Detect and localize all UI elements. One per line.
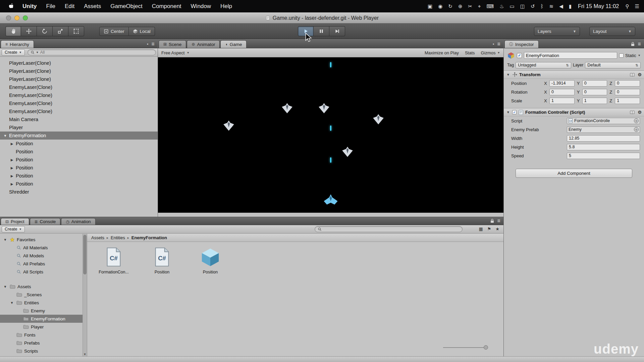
stats-toggle[interactable]: Stats bbox=[465, 50, 475, 55]
project-folder-item[interactable]: Scripts bbox=[0, 347, 83, 355]
transform-component-header[interactable]: ▼ Transform ⚙ bbox=[504, 70, 644, 79]
vector-field[interactable]: -1.3914 bbox=[549, 80, 575, 87]
airplay-icon[interactable]: ▭ bbox=[510, 3, 515, 9]
hierarchy-item[interactable]: EnemyLaser(Clone) bbox=[0, 99, 158, 107]
menu-component[interactable]: Component bbox=[147, 0, 186, 12]
breadcrumb-item[interactable]: Assets bbox=[91, 235, 104, 240]
crosshair-icon[interactable]: ⌖ bbox=[478, 3, 481, 9]
hotspot-icon[interactable]: ♨ bbox=[499, 3, 504, 9]
maximize-on-play-toggle[interactable]: Maximize on Play bbox=[425, 50, 459, 55]
volume-icon[interactable]: ◀ bbox=[559, 3, 563, 9]
text-field[interactable]: 5 bbox=[567, 153, 640, 159]
bell-icon[interactable]: ◉ bbox=[438, 3, 442, 9]
time-machine-icon[interactable]: ↺ bbox=[531, 3, 535, 9]
space-local-button[interactable]: Local bbox=[129, 27, 155, 36]
object-field[interactable]: Enemy⊙ bbox=[567, 126, 640, 133]
project-folder-item[interactable]: Fonts bbox=[0, 331, 83, 339]
foldout-icon[interactable]: ▼ bbox=[3, 134, 8, 138]
foldout-icon[interactable]: ▼ bbox=[9, 301, 14, 305]
battery-icon[interactable]: ▮ bbox=[569, 3, 572, 9]
hierarchy-item[interactable]: Shredder bbox=[0, 188, 158, 196]
breadcrumb-item[interactable]: EnemyFormation bbox=[131, 235, 167, 240]
object-field[interactable]: C#FormationControlle⊙ bbox=[567, 118, 640, 124]
hierarchy-item[interactable]: EnemyLaser(Clone) bbox=[0, 107, 158, 115]
play-button[interactable] bbox=[298, 26, 314, 36]
hierarchy-item[interactable]: Position bbox=[0, 148, 158, 156]
gizmos-dropdown[interactable]: Gizmos ▼ bbox=[481, 50, 500, 55]
vector-field[interactable]: 0 bbox=[582, 80, 607, 87]
static-control[interactable]: Static ▼ bbox=[619, 53, 641, 58]
menu-file[interactable]: File bbox=[42, 0, 60, 12]
keyboard-icon[interactable]: ⌨ bbox=[486, 3, 494, 9]
tab-animation[interactable]: ◷Animation bbox=[61, 218, 95, 225]
lock-icon[interactable] bbox=[490, 219, 494, 223]
favorite-search-icon[interactable]: ★ bbox=[495, 226, 499, 231]
favorites-item[interactable]: All Materials bbox=[0, 244, 83, 252]
scissors-icon[interactable]: ✂ bbox=[468, 3, 472, 9]
hierarchy-item[interactable]: ▶Position bbox=[0, 140, 158, 148]
assets-root[interactable]: ▼Assets bbox=[0, 282, 83, 291]
layout-dropdown[interactable]: Layout ▼ bbox=[589, 27, 635, 36]
text-field[interactable]: 12.85 bbox=[567, 135, 640, 142]
add-component-button[interactable]: Add Component bbox=[516, 169, 632, 178]
panel-menu-icon[interactable]: ≣ bbox=[497, 218, 500, 223]
project-folder-item[interactable]: Prefabs bbox=[0, 339, 83, 347]
hierarchy-item[interactable]: EnemyLaser(Clone) bbox=[0, 83, 158, 91]
sync-icon[interactable]: ↻ bbox=[448, 3, 452, 9]
text-field[interactable]: 5.8 bbox=[567, 144, 640, 150]
vector-field[interactable]: 1 bbox=[549, 98, 575, 104]
active-checkbox[interactable]: ✓ bbox=[517, 53, 522, 58]
foldout-icon[interactable]: ▼ bbox=[506, 73, 510, 76]
step-button[interactable] bbox=[329, 26, 345, 36]
lock-icon[interactable] bbox=[631, 42, 635, 46]
vector-field[interactable]: 0 bbox=[582, 89, 607, 95]
project-tree-scrollbar[interactable]: ▼ bbox=[83, 234, 87, 356]
scrollbar-thumb[interactable] bbox=[83, 235, 87, 274]
hierarchy-item[interactable]: ▶Position bbox=[0, 172, 158, 180]
help-book-icon[interactable] bbox=[630, 110, 635, 114]
component-enabled-checkbox[interactable]: ✓ bbox=[512, 110, 517, 114]
hierarchy-item[interactable]: ▶Position bbox=[0, 180, 158, 188]
panel-menu-icon[interactable]: ≣ bbox=[638, 42, 641, 46]
panel-menu-icon[interactable]: ≣ bbox=[497, 42, 500, 46]
search-filter-chevron-icon[interactable]: ▼ bbox=[36, 51, 39, 54]
project-search-input[interactable] bbox=[323, 227, 460, 231]
aspect-dropdown[interactable]: Free Aspect ▼ bbox=[161, 50, 190, 55]
menu-window[interactable]: Window bbox=[186, 0, 216, 12]
hierarchy-item[interactable]: ▼EnemyFormation bbox=[0, 132, 158, 140]
project-search[interactable] bbox=[315, 226, 463, 232]
hierarchy-item[interactable]: PlayerLaser(Clone) bbox=[0, 67, 158, 75]
layers-dropdown[interactable]: Layers ▼ bbox=[534, 27, 580, 36]
file-tile[interactable]: Position bbox=[192, 247, 229, 274]
vector-field[interactable]: 0 bbox=[615, 80, 640, 87]
vector-field[interactable]: 1 bbox=[582, 98, 607, 104]
hierarchy-item[interactable]: Main Camera bbox=[0, 115, 158, 123]
foldout-icon[interactable]: ▼ bbox=[3, 238, 8, 242]
hierarchy-search[interactable]: ▼ bbox=[28, 49, 156, 55]
object-picker-icon[interactable]: ⊙ bbox=[634, 118, 639, 123]
project-folder-item[interactable]: _Scenes bbox=[0, 291, 83, 299]
favorites-item[interactable]: All Scripts bbox=[0, 268, 83, 276]
project-folder-item[interactable]: EnemyFormation bbox=[0, 315, 83, 323]
display-icon[interactable]: ◫ bbox=[520, 3, 525, 9]
dot-icon[interactable]: ▪ bbox=[493, 42, 494, 46]
vector-field[interactable]: 0 bbox=[615, 89, 640, 95]
scale-tool-button[interactable] bbox=[53, 26, 68, 36]
menu-gameobject[interactable]: GameObject bbox=[106, 0, 147, 12]
icon-size-slider[interactable] bbox=[443, 345, 487, 350]
breadcrumb-item[interactable]: Entities bbox=[111, 235, 125, 240]
foldout-icon[interactable]: ▶ bbox=[9, 166, 14, 170]
tab-project[interactable]: ⊟Project bbox=[1, 218, 29, 225]
notification-center-icon[interactable]: ☰ bbox=[635, 3, 639, 9]
tab-animator[interactable]: ⊚Animator bbox=[187, 40, 220, 48]
slider-thumb[interactable] bbox=[484, 345, 488, 350]
menu-unity[interactable]: Unity bbox=[18, 0, 42, 12]
dot-icon[interactable]: ▪ bbox=[147, 42, 148, 46]
foldout-icon[interactable]: ▼ bbox=[3, 285, 8, 289]
input-source-icon[interactable]: ⊕ bbox=[458, 3, 463, 9]
tab-inspector[interactable]: ⓘ Inspector bbox=[504, 40, 539, 48]
camera-icon[interactable]: ▣ bbox=[428, 3, 432, 9]
bluetooth-icon[interactable]: ᛒ bbox=[541, 3, 544, 9]
foldout-icon[interactable]: ▶ bbox=[9, 174, 14, 178]
favorites-root[interactable]: ▼Favorites bbox=[0, 236, 83, 244]
